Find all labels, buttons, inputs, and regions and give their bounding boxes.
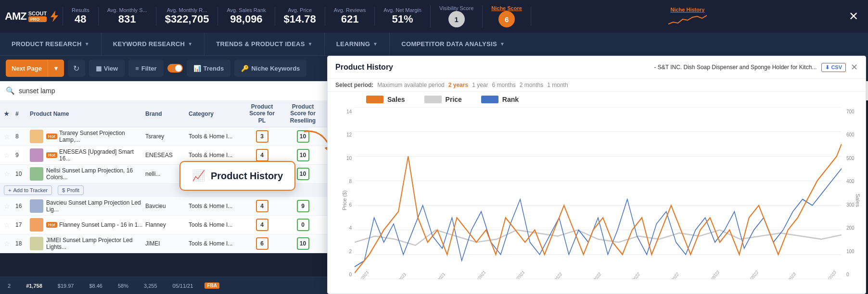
y-axis-right-label: Sales <box>855 194 861 207</box>
net-margin-value: 51% <box>392 13 413 25</box>
panel-product-subtitle: - S&T INC. Dish Soap Dispenser and Spong… <box>654 64 817 71</box>
product-thumbnail <box>30 199 43 213</box>
filter-toggle[interactable] <box>167 64 183 73</box>
nav-competitor[interactable]: COMPETITOR DATA ANALYSIS ▼ <box>390 33 868 55</box>
view-button[interactable]: ▦ View <box>89 60 125 77</box>
trends-button[interactable]: 📊 Trends <box>187 60 231 77</box>
svg-text:6/1/2021: 6/1/2021 <box>393 271 407 279</box>
row-num: 17 <box>15 221 30 228</box>
product-thumbnail <box>30 148 43 162</box>
stat-niche-history: Niche History <box>531 7 844 26</box>
stat-avg-price: Avg. Price $14.78 <box>275 7 325 25</box>
star-icon[interactable]: ☆ <box>4 133 10 140</box>
sales-rank-value: 98,096 <box>230 13 262 25</box>
row-product-name: Hot Tsrarey Sunset Projection Lamp,... <box>30 130 145 143</box>
niche-history-label: Niche History <box>670 7 704 12</box>
star-icon[interactable]: ☆ <box>4 221 10 229</box>
svg-text:8/1/2021: 8/1/2021 <box>432 271 446 279</box>
star-icon[interactable]: ☆ <box>4 202 10 210</box>
view-label: View <box>104 65 118 72</box>
bottom-reviews: 3,255 <box>140 283 161 289</box>
nav-competitor-label: COMPETITOR DATA ANALYSIS <box>401 40 497 48</box>
chart-area: Price ($) 14 12 10 8 6 4 2 0 700 600 500… <box>328 107 866 294</box>
logo-text: AMZ <box>5 10 26 23</box>
row-brand: Bavcieu <box>145 203 189 209</box>
avg-monthly-s-label: Avg. Monthly S... <box>107 7 147 13</box>
refresh-button[interactable]: ↻ <box>68 60 85 77</box>
period-1m[interactable]: 1 month <box>547 82 568 88</box>
csv-button[interactable]: ⬇ CSV <box>821 63 846 72</box>
period-6m[interactable]: 6 months <box>492 82 516 88</box>
logo-pro-badge: PRO <box>28 16 47 22</box>
add-to-tracker-button[interactable]: + Add to Tracker <box>4 185 52 195</box>
period-max[interactable]: Maximum available period <box>377 82 444 88</box>
bottom-net: $8.46 <box>85 283 106 289</box>
lightning-icon <box>49 10 59 23</box>
nav-learning[interactable]: LEARNING ▼ <box>325 33 390 55</box>
nav-product-research-arrow: ▼ <box>85 41 89 47</box>
price-swatch <box>424 96 442 103</box>
period-1y[interactable]: 1 year <box>472 82 488 88</box>
chart-icon: 📈 <box>192 170 205 182</box>
filter-button[interactable]: ≡ Filter <box>128 60 163 77</box>
next-page-arrow: ▼ <box>48 60 64 77</box>
period-2m[interactable]: 2 months <box>520 82 543 88</box>
row-brand: Flanney <box>145 221 189 228</box>
nav-keyword-research[interactable]: KEYWORD RESEARCH ▼ <box>102 33 204 55</box>
profit-label: Profit <box>67 187 79 193</box>
stat-niche-score: Niche Score 6 <box>482 5 531 27</box>
fba-badge: FBA <box>204 282 219 289</box>
product-history-tooltip[interactable]: 📈 Product History <box>179 161 295 191</box>
col-header-brand: Brand <box>145 110 189 117</box>
star-icon[interactable]: ☆ <box>4 240 10 247</box>
hot-badge: Hot <box>46 152 57 158</box>
star-icon[interactable]: ☆ <box>4 151 10 159</box>
nav-trends-arrow: ▼ <box>308 41 313 47</box>
rank-line <box>355 169 842 267</box>
period-2y[interactable]: 2 years <box>448 82 468 88</box>
legend-rank-label: Rank <box>502 96 519 103</box>
star-icon[interactable]: ☆ <box>4 170 10 178</box>
visibility-label: Visibility Score <box>439 5 473 11</box>
nav-product-research[interactable]: PRODUCT RESEARCH ▼ <box>0 33 102 55</box>
add-tracker-label: Add to Tracker <box>13 187 48 193</box>
legend-price-label: Price <box>446 96 462 103</box>
legend-sales: Sales <box>366 96 405 103</box>
stat-avg-reviews: Avg. Reviews 621 <box>325 7 374 25</box>
nav-learning-arrow: ▼ <box>373 41 378 47</box>
row-category: Tools & Home I... <box>189 152 242 159</box>
niche-keywords-label: Niche Keywords <box>251 65 300 72</box>
csv-label: CSV <box>831 64 842 70</box>
profit-button[interactable]: $ Profit <box>58 185 84 195</box>
download-icon: ⬇ <box>825 64 830 71</box>
bottom-data-row: 2 #1,758 $19.97 $8.46 58% 3,255 05/11/21… <box>0 277 327 294</box>
net-margin-label: Avg. Net Margin <box>383 7 421 13</box>
score-res-badge: 10 <box>297 237 309 250</box>
stat-sales-rank: Avg. Sales Rank 98,096 <box>217 7 274 25</box>
row-product-name: JIMEI Sunset Lamp Projector Led Lights..… <box>30 237 145 250</box>
svg-marker-0 <box>51 11 58 22</box>
nav-competitor-arrow: ▼ <box>500 41 505 47</box>
close-button-top[interactable]: ✕ <box>844 10 863 23</box>
niche-keywords-button[interactable]: 🔑 Niche Keywords <box>234 60 306 77</box>
rank-swatch <box>481 96 498 103</box>
svg-text:2/1/2023: 2/1/2023 <box>783 271 796 279</box>
view-icon: ▦ <box>96 65 102 72</box>
row-brand: JIMEI <box>145 240 189 247</box>
stat-net-margin: Avg. Net Margin 51% <box>374 7 430 25</box>
row-category: Tools & Home I... <box>189 240 242 247</box>
nav-bar: PRODUCT RESEARCH ▼ KEYWORD RESEARCH ▼ TR… <box>0 33 868 56</box>
nav-trends-label: TRENDS & PRODUCT IDEAS <box>216 40 305 48</box>
score-pl-badge: 4 <box>256 200 268 212</box>
panel-title: Product History <box>335 63 393 72</box>
table-row: ☆ 17 Hot Flanney Sunset Lamp - 16 in 1..… <box>0 216 327 234</box>
period-label: Select period: <box>335 82 373 88</box>
svg-text:12/1/2022: 12/1/2022 <box>744 270 759 279</box>
table-row: ☆ 16 Bavcieu Sunset Lamp Projection Led … <box>0 197 327 216</box>
trends-icon: 📊 <box>193 65 201 72</box>
nav-trends[interactable]: TRENDS & PRODUCT IDEAS ▼ <box>204 33 324 55</box>
col-header-score-pl: ProductScore forPL <box>242 103 282 124</box>
panel-close-button[interactable]: ✕ <box>851 62 858 73</box>
next-page-button[interactable]: Next Page ▼ <box>6 60 64 77</box>
avg-monthly-s-value: 831 <box>118 13 136 25</box>
